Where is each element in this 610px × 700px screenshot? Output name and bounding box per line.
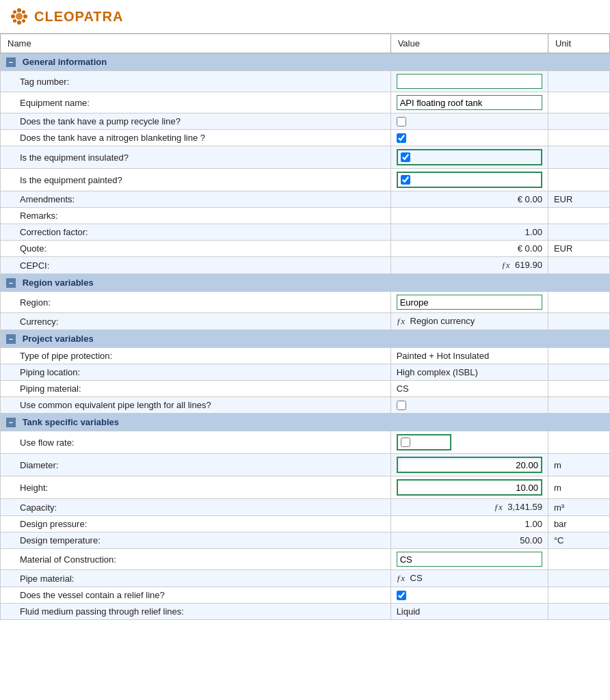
svg-point-6 — [22, 10, 25, 14]
value-cell — [390, 454, 548, 476]
numeric-input[interactable] — [401, 460, 538, 470]
cleopatra-logo-icon — [10, 7, 29, 26]
svg-point-3 — [11, 14, 15, 18]
table-row: Design pressure:1.00bar — [1, 516, 610, 533]
numeric-input[interactable] — [401, 483, 538, 493]
name-cell: Fluid medium passing through relief line… — [1, 604, 391, 620]
table-row: Does the vessel contain a relief line? — [1, 587, 610, 604]
unit-cell — [548, 313, 609, 330]
value-cell: ƒx Region currency — [390, 313, 548, 330]
name-cell: Correction factor: — [1, 224, 391, 241]
table-row: Diameter: m — [1, 454, 610, 476]
value-cell — [390, 146, 548, 169]
checkbox-input-field[interactable] — [401, 152, 410, 162]
header-value: Value — [390, 34, 548, 53]
unit-cell — [548, 169, 609, 191]
name-cell: Is the equipment painted? — [1, 169, 391, 191]
value-cell — [390, 431, 548, 454]
value-cell — [390, 292, 548, 313]
table-row: Amendments:€ 0.00EUR — [1, 191, 610, 208]
name-cell: Amendments: — [1, 191, 391, 208]
checkbox-field[interactable] — [397, 591, 406, 600]
name-cell: Tag number: — [1, 71, 391, 92]
name-cell: Use common equivalent pipe length for al… — [1, 397, 391, 414]
value-cell — [390, 71, 548, 92]
name-cell: Region: — [1, 292, 391, 313]
fx-icon: ƒx — [397, 573, 405, 583]
svg-point-4 — [23, 14, 27, 18]
value-cell: CS — [390, 381, 548, 397]
value-cell: Painted + Hot Insulated — [390, 348, 548, 364]
svg-point-1 — [17, 8, 21, 12]
name-cell: Height: — [1, 476, 391, 499]
checkbox-field[interactable] — [397, 133, 406, 143]
name-cell: Design temperature: — [1, 533, 391, 549]
value-cell: Liquid — [390, 604, 548, 620]
value-cell — [390, 549, 548, 570]
table-row: Is the equipment painted? — [1, 169, 610, 191]
section-label-general: General information — [23, 57, 107, 67]
value-cell: ƒx 3,141.59 — [390, 499, 548, 516]
table-row: Piping location:High complex (ISBL) — [1, 364, 610, 381]
unit-cell — [548, 549, 609, 570]
unit-cell: m — [548, 454, 609, 476]
table-row: Type of pipe protection:Painted + Hot In… — [1, 348, 610, 364]
value-cell: 50.00 — [390, 533, 548, 549]
table-row: Fluid medium passing through relief line… — [1, 604, 610, 620]
value-cell — [390, 130, 548, 146]
table-row: Use common equivalent pipe length for al… — [1, 397, 610, 414]
unit-cell: bar — [548, 516, 609, 533]
table-row: Region: — [1, 292, 610, 313]
unit-cell: m — [548, 476, 609, 499]
text-input-field[interactable] — [397, 295, 542, 310]
text-input-field[interactable] — [397, 552, 542, 567]
value-cell — [390, 208, 548, 224]
value-cell: ƒx 619.90 — [390, 257, 548, 274]
checkbox-input-field[interactable] — [401, 175, 410, 185]
name-cell: Use flow rate: — [1, 431, 391, 454]
value-cell — [390, 169, 548, 191]
text-input-field[interactable] — [397, 95, 542, 110]
unit-cell — [548, 208, 609, 224]
name-cell: Pipe material: — [1, 570, 391, 587]
name-cell: Capacity: — [1, 499, 391, 516]
tag-number-input[interactable] — [397, 74, 542, 89]
table-row: Height: m — [1, 476, 610, 499]
collapse-icon-tank[interactable]: − — [6, 418, 16, 427]
name-cell: Type of pipe protection: — [1, 348, 391, 364]
name-cell: Quote: — [1, 241, 391, 257]
header-name: Name — [1, 34, 391, 53]
svg-point-5 — [13, 10, 16, 14]
fx-icon: ƒx — [494, 502, 502, 512]
collapse-icon-project[interactable]: − — [6, 334, 16, 344]
name-cell: CEPCI: — [1, 257, 391, 274]
flow-rate-checkbox[interactable] — [401, 438, 410, 447]
unit-cell — [548, 146, 609, 169]
table-row: Is the equipment insulated? — [1, 146, 610, 169]
name-cell: Does the tank have a pump recycle line? — [1, 113, 391, 130]
name-cell: Piping material: — [1, 381, 391, 397]
unit-cell — [548, 587, 609, 604]
checkbox-field[interactable] — [397, 117, 406, 126]
checkbox-field[interactable] — [397, 401, 406, 410]
unit-cell: EUR — [548, 191, 609, 208]
collapse-icon-general[interactable]: − — [6, 57, 16, 67]
table-row: Capacity: ƒx 3,141.59 m³ — [1, 499, 610, 516]
table-row: Does the tank have a nitrogen blanketing… — [1, 130, 610, 146]
svg-point-8 — [22, 19, 25, 23]
name-cell: Piping location: — [1, 364, 391, 381]
value-cell — [390, 476, 548, 499]
unit-cell — [548, 130, 609, 146]
value-cell — [390, 92, 548, 113]
value-cell: High complex (ISBL) — [390, 364, 548, 381]
name-cell: Material of Construction: — [1, 549, 391, 570]
value-cell: ƒx CS — [390, 570, 548, 587]
name-cell: Is the equipment insulated? — [1, 146, 391, 169]
section-label-tank: Tank specific variables — [23, 417, 119, 427]
table-row: Does the tank have a pump recycle line? — [1, 113, 610, 130]
section-project: − Project variables — [1, 330, 610, 348]
value-cell: € 0.00 — [390, 241, 548, 257]
table-row: Design temperature:50.00°C — [1, 533, 610, 549]
collapse-icon-region[interactable]: − — [6, 278, 16, 288]
unit-cell — [548, 92, 609, 113]
